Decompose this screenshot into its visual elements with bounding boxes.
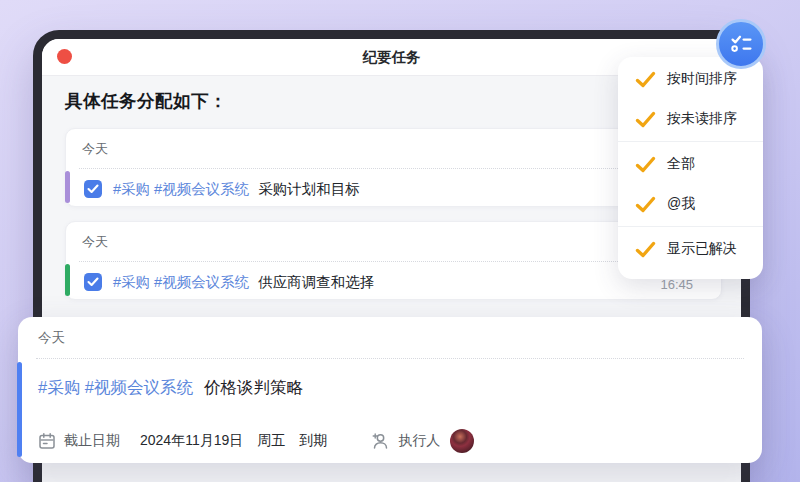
menu-item-label: 按未读排序 <box>667 110 737 128</box>
menu-item-label: @我 <box>667 195 695 213</box>
menu-item-mention-me[interactable]: @我 <box>618 184 763 224</box>
task-row[interactable]: #采购 #视频会议系统 供应商调查和选择 <box>84 271 374 293</box>
check-icon <box>635 156 656 173</box>
task-tags[interactable]: #采购 #视频会议系统 <box>113 273 249 292</box>
calendar-icon <box>38 432 56 450</box>
menu-divider <box>618 141 763 142</box>
due-status: 到期 <box>299 432 327 450</box>
detail-meta-row: 截止日期 2024年11月19日 周五 到期 执行人 <box>38 427 474 455</box>
menu-item-label: 全部 <box>667 155 695 173</box>
task-title[interactable]: 供应商调查和选择 <box>258 273 374 292</box>
task-checkbox[interactable] <box>84 180 102 198</box>
dotted-divider <box>79 168 708 169</box>
due-weekday: 周五 <box>257 432 285 450</box>
menu-item-sort-by-unread[interactable]: 按未读排序 <box>618 99 763 139</box>
add-assignee-icon <box>371 432 390 450</box>
task-row[interactable]: #采购 #视频会议系统 采购计划和目标 <box>84 178 360 200</box>
task-filter-button[interactable] <box>716 19 766 69</box>
assignee-avatar[interactable] <box>450 429 474 453</box>
dotted-divider <box>36 358 744 359</box>
detail-date-label: 今天 <box>38 329 65 347</box>
check-icon <box>635 111 656 128</box>
check-icon <box>87 277 99 287</box>
task-checkbox[interactable] <box>84 273 102 291</box>
task-title[interactable]: 价格谈判策略 <box>204 377 303 399</box>
menu-divider <box>618 226 763 227</box>
task-timestamp: 16:45 <box>660 277 693 292</box>
task-tags[interactable]: #采购 #视频会议系统 <box>113 180 249 199</box>
assignee-label[interactable]: 执行人 <box>398 432 440 450</box>
group-date-label: 今天 <box>82 140 108 158</box>
page-title: 具体任务分配如下： <box>65 89 227 113</box>
task-title[interactable]: 采购计划和目标 <box>258 180 360 199</box>
menu-item-label: 显示已解决 <box>667 240 737 258</box>
task-tags[interactable]: #采购 #视频会议系统 <box>38 377 193 399</box>
menu-item-all[interactable]: 全部 <box>618 144 763 184</box>
detail-task-row[interactable]: #采购 #视频会议系统 价格谈判策略 <box>38 377 303 399</box>
dotted-divider <box>79 261 708 262</box>
check-icon <box>635 196 656 213</box>
check-icon <box>635 241 656 258</box>
filter-sort-menu: 按时间排序 按未读排序 全部 @我 显示已解决 <box>618 57 763 279</box>
check-icon <box>635 71 656 88</box>
group-date-label: 今天 <box>82 233 108 251</box>
checklist-icon <box>730 34 753 54</box>
menu-item-label: 按时间排序 <box>667 70 737 88</box>
detail-accent-bar <box>17 362 22 457</box>
menu-item-show-resolved[interactable]: 显示已解决 <box>618 229 763 269</box>
task-accent-bar <box>65 171 70 203</box>
task-accent-bar <box>65 264 70 296</box>
check-icon <box>87 184 99 194</box>
task-detail-card: 今天 #采购 #视频会议系统 价格谈判策略 截止日期 2024年11月19日 周… <box>18 317 762 463</box>
due-date-label[interactable]: 截止日期 <box>64 432 120 450</box>
due-date-value[interactable]: 2024年11月19日 <box>140 432 243 450</box>
